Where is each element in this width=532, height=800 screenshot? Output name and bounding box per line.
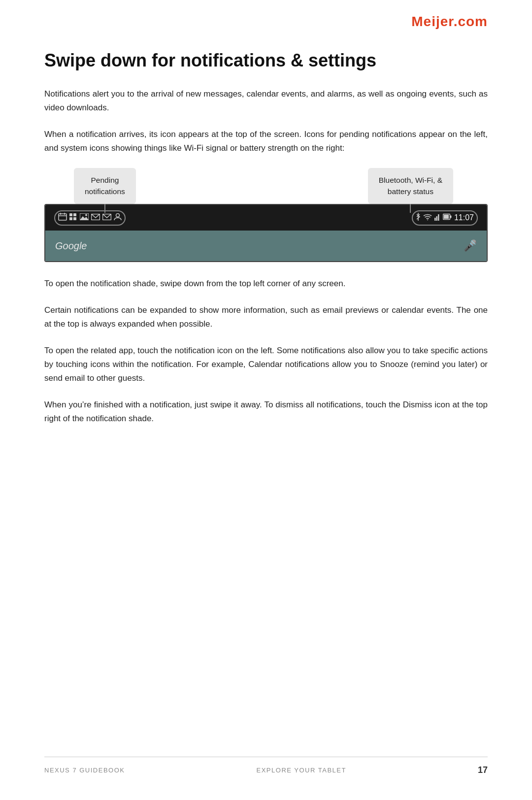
- svg-rect-16: [434, 218, 436, 221]
- paragraph-1: Notifications alert you to the arrival o…: [44, 87, 488, 115]
- status-time: 11:07: [454, 213, 474, 222]
- image-icon: [80, 213, 89, 223]
- svg-rect-0: [59, 214, 66, 220]
- notification-icons-group: [54, 210, 126, 226]
- status-bar-container: 11:07 Google 🎤: [44, 204, 488, 262]
- svg-marker-9: [80, 216, 89, 220]
- svg-point-13: [116, 214, 120, 217]
- watermark-text: Meijer.com: [411, 14, 488, 30]
- svg-point-10: [85, 214, 87, 216]
- svg-rect-21: [444, 215, 449, 219]
- paragraph-4: Certain notifications can be expanded to…: [44, 303, 488, 331]
- google-label: Google: [55, 240, 87, 252]
- paragraph-2: When a notification arrives, its icon ap…: [44, 128, 488, 155]
- callout-pending-notifications: Pending notifications: [74, 168, 136, 204]
- wifi-icon: [423, 213, 432, 223]
- signal-icon: [434, 213, 440, 223]
- paragraph-3: To open the notification shade, swipe do…: [44, 277, 488, 291]
- battery-icon: [443, 213, 452, 223]
- callout-right-line1: Bluetooth, Wi-Fi, &: [379, 176, 442, 184]
- page-heading: Swipe down for notifications & settings: [44, 34, 488, 71]
- svg-rect-18: [438, 214, 439, 221]
- svg-rect-4: [69, 213, 72, 216]
- callout-right-line2: battery status: [388, 187, 433, 196]
- paragraph-6: When you’re finished with a notification…: [44, 398, 488, 426]
- mic-icon[interactable]: 🎤: [464, 239, 477, 252]
- diagram-section: Pending notifications Bluetooth, Wi-Fi, …: [44, 168, 488, 262]
- footer-left-text: NEXUS 7 GUIDEBOOK: [44, 767, 125, 774]
- calendar-icon: [58, 213, 67, 223]
- paragraph-5: To open the related app, touch the notif…: [44, 344, 488, 385]
- svg-rect-20: [450, 216, 451, 218]
- callout-battery-status: Bluetooth, Wi-Fi, & battery status: [368, 168, 453, 204]
- page-footer: NEXUS 7 GUIDEBOOK EXPLORE YOUR TABLET 17: [44, 757, 488, 775]
- footer-center-text: EXPLORE YOUR TABLET: [257, 767, 346, 774]
- footer-page-number: 17: [478, 765, 488, 775]
- apps-icon: [69, 213, 77, 223]
- svg-rect-17: [436, 216, 437, 221]
- svg-rect-6: [69, 217, 72, 220]
- callout-left-line1: Pending: [91, 176, 119, 184]
- svg-rect-7: [73, 217, 76, 220]
- search-bar[interactable]: Google 🎤: [45, 231, 487, 261]
- bluetooth-icon: [416, 213, 421, 223]
- svg-point-15: [427, 220, 428, 221]
- email-icon-1: [91, 213, 100, 223]
- system-icons-group: 11:07: [412, 210, 478, 226]
- email-icon-2: [102, 213, 111, 223]
- callout-left-line2: notifications: [85, 187, 125, 196]
- contact-icon: [114, 213, 122, 223]
- callout-row: Pending notifications Bluetooth, Wi-Fi, …: [44, 168, 488, 204]
- svg-rect-5: [73, 213, 76, 216]
- status-bar: 11:07: [45, 205, 487, 231]
